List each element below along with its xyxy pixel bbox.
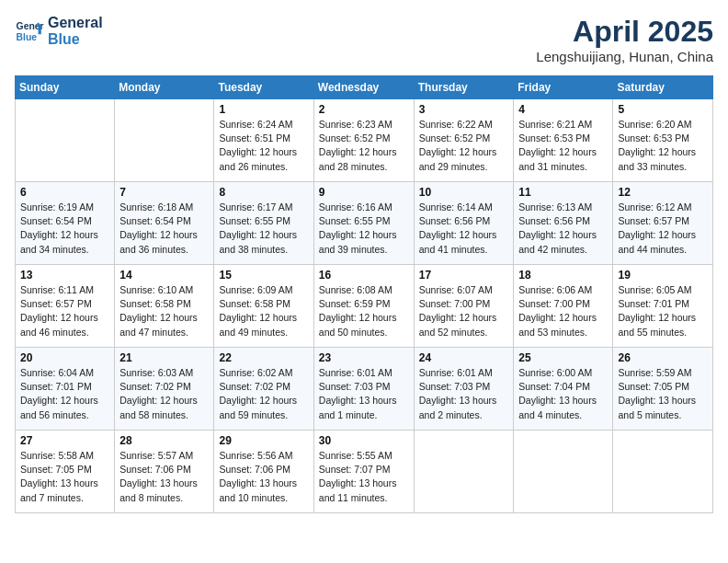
calendar-cell xyxy=(613,431,713,513)
calendar-cell: 6Sunrise: 6:19 AM Sunset: 6:54 PM Daylig… xyxy=(16,182,115,265)
calendar-cell: 17Sunrise: 6:07 AM Sunset: 7:00 PM Dayli… xyxy=(414,265,514,348)
calendar-cell: 20Sunrise: 6:04 AM Sunset: 7:01 PM Dayli… xyxy=(16,348,115,431)
day-info: Sunrise: 5:57 AM Sunset: 7:06 PM Dayligh… xyxy=(119,449,209,505)
day-number: 12 xyxy=(618,186,708,199)
day-number: 27 xyxy=(20,434,109,447)
calendar-week-row: 13Sunrise: 6:11 AM Sunset: 6:57 PM Dayli… xyxy=(16,265,713,348)
day-info: Sunrise: 6:09 AM Sunset: 6:58 PM Dayligh… xyxy=(219,283,308,339)
header-thursday: Thursday xyxy=(414,76,514,99)
calendar-cell: 16Sunrise: 6:08 AM Sunset: 6:59 PM Dayli… xyxy=(313,265,414,348)
header-sunday: Sunday xyxy=(16,76,115,99)
calendar-cell: 19Sunrise: 6:05 AM Sunset: 7:01 PM Dayli… xyxy=(613,265,713,348)
day-info: Sunrise: 6:17 AM Sunset: 6:55 PM Dayligh… xyxy=(219,201,308,257)
calendar-cell xyxy=(514,431,613,513)
calendar-header-row: SundayMondayTuesdayWednesdayThursdayFrid… xyxy=(16,76,713,99)
calendar-cell: 26Sunrise: 5:59 AM Sunset: 7:05 PM Dayli… xyxy=(613,348,713,431)
day-number: 7 xyxy=(119,186,209,199)
day-number: 10 xyxy=(419,186,509,199)
day-info: Sunrise: 6:11 AM Sunset: 6:57 PM Dayligh… xyxy=(20,283,109,339)
calendar-cell: 22Sunrise: 6:02 AM Sunset: 7:02 PM Dayli… xyxy=(214,348,313,431)
calendar-week-row: 20Sunrise: 6:04 AM Sunset: 7:01 PM Dayli… xyxy=(16,348,713,431)
day-info: Sunrise: 6:16 AM Sunset: 6:55 PM Dayligh… xyxy=(319,201,409,257)
calendar-cell: 7Sunrise: 6:18 AM Sunset: 6:54 PM Daylig… xyxy=(115,182,214,265)
logo-text: General Blue xyxy=(48,15,103,48)
calendar-week-row: 1Sunrise: 6:24 AM Sunset: 6:51 PM Daylig… xyxy=(16,99,713,182)
day-number: 22 xyxy=(219,351,308,364)
header-friday: Friday xyxy=(514,76,613,99)
day-number: 11 xyxy=(518,186,608,199)
day-number: 21 xyxy=(119,351,209,364)
calendar-cell: 4Sunrise: 6:21 AM Sunset: 6:53 PM Daylig… xyxy=(514,99,613,182)
day-number: 4 xyxy=(518,103,608,116)
title-block: April 2025 Lengshuijiang, Hunan, China xyxy=(536,15,713,64)
calendar-cell: 5Sunrise: 6:20 AM Sunset: 6:53 PM Daylig… xyxy=(613,99,713,182)
calendar-week-row: 6Sunrise: 6:19 AM Sunset: 6:54 PM Daylig… xyxy=(16,182,713,265)
day-info: Sunrise: 5:56 AM Sunset: 7:06 PM Dayligh… xyxy=(219,449,308,505)
day-info: Sunrise: 5:59 AM Sunset: 7:05 PM Dayligh… xyxy=(618,366,708,422)
day-info: Sunrise: 6:05 AM Sunset: 7:01 PM Dayligh… xyxy=(618,283,708,339)
header-monday: Monday xyxy=(115,76,214,99)
day-info: Sunrise: 6:00 AM Sunset: 7:04 PM Dayligh… xyxy=(518,366,608,422)
day-number: 19 xyxy=(618,269,708,282)
logo-icon: General Blue xyxy=(15,17,44,46)
month-title: April 2025 xyxy=(536,15,713,49)
day-number: 1 xyxy=(219,103,308,116)
day-info: Sunrise: 6:10 AM Sunset: 6:58 PM Dayligh… xyxy=(119,283,209,339)
day-info: Sunrise: 6:12 AM Sunset: 6:57 PM Dayligh… xyxy=(618,201,708,257)
day-number: 30 xyxy=(319,434,409,447)
calendar-cell: 11Sunrise: 6:13 AM Sunset: 6:56 PM Dayli… xyxy=(514,182,613,265)
header-saturday: Saturday xyxy=(613,76,713,99)
calendar-cell: 21Sunrise: 6:03 AM Sunset: 7:02 PM Dayli… xyxy=(115,348,214,431)
calendar-cell: 8Sunrise: 6:17 AM Sunset: 6:55 PM Daylig… xyxy=(214,182,313,265)
calendar-cell: 12Sunrise: 6:12 AM Sunset: 6:57 PM Dayli… xyxy=(613,182,713,265)
calendar-cell: 24Sunrise: 6:01 AM Sunset: 7:03 PM Dayli… xyxy=(414,348,514,431)
day-number: 26 xyxy=(618,351,708,364)
calendar-cell: 9Sunrise: 6:16 AM Sunset: 6:55 PM Daylig… xyxy=(313,182,414,265)
day-number: 15 xyxy=(219,269,308,282)
calendar-cell: 13Sunrise: 6:11 AM Sunset: 6:57 PM Dayli… xyxy=(16,265,115,348)
day-info: Sunrise: 6:13 AM Sunset: 6:56 PM Dayligh… xyxy=(518,201,608,257)
calendar-cell: 28Sunrise: 5:57 AM Sunset: 7:06 PM Dayli… xyxy=(115,431,214,513)
day-number: 2 xyxy=(319,103,409,116)
day-number: 23 xyxy=(319,351,409,364)
day-info: Sunrise: 6:14 AM Sunset: 6:56 PM Dayligh… xyxy=(419,201,509,257)
day-number: 8 xyxy=(219,186,308,199)
day-number: 3 xyxy=(419,103,509,116)
day-number: 24 xyxy=(419,351,509,364)
day-info: Sunrise: 6:04 AM Sunset: 7:01 PM Dayligh… xyxy=(20,366,109,422)
location-label: Lengshuijiang, Hunan, China xyxy=(536,49,713,64)
calendar-cell: 1Sunrise: 6:24 AM Sunset: 6:51 PM Daylig… xyxy=(214,99,313,182)
calendar-cell: 10Sunrise: 6:14 AM Sunset: 6:56 PM Dayli… xyxy=(414,182,514,265)
calendar-cell: 27Sunrise: 5:58 AM Sunset: 7:05 PM Dayli… xyxy=(16,431,115,513)
day-info: Sunrise: 6:20 AM Sunset: 6:53 PM Dayligh… xyxy=(618,118,708,174)
calendar-table: SundayMondayTuesdayWednesdayThursdayFrid… xyxy=(15,75,713,513)
day-info: Sunrise: 6:18 AM Sunset: 6:54 PM Dayligh… xyxy=(119,201,209,257)
day-number: 5 xyxy=(618,103,708,116)
day-number: 13 xyxy=(20,269,109,282)
day-number: 29 xyxy=(219,434,308,447)
day-info: Sunrise: 6:02 AM Sunset: 7:02 PM Dayligh… xyxy=(219,366,308,422)
day-info: Sunrise: 6:01 AM Sunset: 7:03 PM Dayligh… xyxy=(419,366,509,422)
calendar-cell xyxy=(115,99,214,182)
calendar-cell: 2Sunrise: 6:23 AM Sunset: 6:52 PM Daylig… xyxy=(313,99,414,182)
day-number: 25 xyxy=(518,351,608,364)
day-info: Sunrise: 6:06 AM Sunset: 7:00 PM Dayligh… xyxy=(518,283,608,339)
day-number: 14 xyxy=(119,269,209,282)
day-info: Sunrise: 6:07 AM Sunset: 7:00 PM Dayligh… xyxy=(419,283,509,339)
day-number: 18 xyxy=(518,269,608,282)
logo: General Blue General Blue xyxy=(15,15,103,48)
day-info: Sunrise: 6:22 AM Sunset: 6:52 PM Dayligh… xyxy=(419,118,509,174)
header-wednesday: Wednesday xyxy=(313,76,414,99)
day-number: 16 xyxy=(319,269,409,282)
day-info: Sunrise: 6:01 AM Sunset: 7:03 PM Dayligh… xyxy=(319,366,409,422)
day-number: 20 xyxy=(20,351,109,364)
calendar-cell: 15Sunrise: 6:09 AM Sunset: 6:58 PM Dayli… xyxy=(214,265,313,348)
day-info: Sunrise: 6:19 AM Sunset: 6:54 PM Dayligh… xyxy=(20,201,109,257)
calendar-cell: 3Sunrise: 6:22 AM Sunset: 6:52 PM Daylig… xyxy=(414,99,514,182)
calendar-cell: 23Sunrise: 6:01 AM Sunset: 7:03 PM Dayli… xyxy=(313,348,414,431)
day-number: 6 xyxy=(20,186,109,199)
page-header: General Blue General Blue April 2025 Len… xyxy=(15,15,713,64)
day-info: Sunrise: 5:58 AM Sunset: 7:05 PM Dayligh… xyxy=(20,449,109,505)
day-number: 17 xyxy=(419,269,509,282)
day-number: 9 xyxy=(319,186,409,199)
